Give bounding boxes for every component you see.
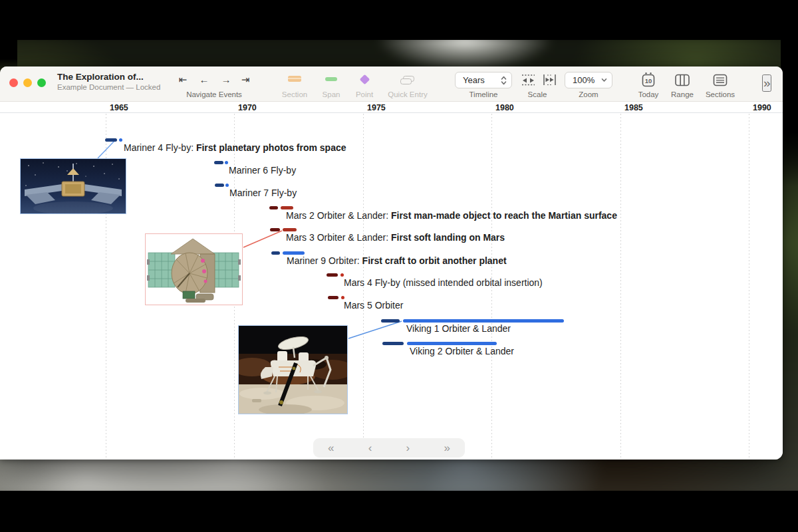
section-icon[interactable] [288,76,301,82]
scale-fit-icon[interactable] [521,74,535,86]
event-bar-mariner9-b[interactable] [283,251,305,255]
event-bar-mariner9-a[interactable] [271,251,280,255]
event-name: Mars 4 Fly-by (missed intended orbital i… [344,277,543,288]
event-name: Mars 3 Orbiter & Lander: [286,232,391,243]
event-bar-mars5[interactable] [328,296,338,299]
today-icon[interactable]: 10 [641,72,656,88]
event-bar-viking1-b[interactable] [403,319,564,323]
span-button-label: Span [315,90,348,98]
event-highlight: First planetary photos from space [196,142,346,153]
event-label-mariner4[interactable]: Mariner 4 Fly-by: First planetary photos… [124,142,346,153]
mars3-image[interactable] [145,233,243,305]
sections-icon[interactable] [713,74,728,86]
event-label-mars4[interactable]: Mars 4 Fly-by (missed intended orbital i… [344,277,543,288]
event-name: Viking 2 Orbiter & Lander [410,346,514,356]
window-subtitle: Example Document — Locked [57,83,168,91]
event-dot-mars4[interactable] [340,273,344,277]
quick-entry-button-label: Quick Entry [384,90,431,98]
sections-label: Sections [700,90,741,98]
navigate-prev-button[interactable]: ← [196,72,213,87]
event-bar-mars3-b[interactable] [283,228,297,231]
span-icon[interactable] [325,77,337,81]
event-highlight: First man-made object to reach the Marti… [391,210,617,221]
range-label: Range [665,90,700,98]
svg-text:10: 10 [645,77,652,84]
event-label-viking2[interactable]: Viking 2 Orbiter & Lander [410,346,514,356]
timeline-unit-value: Years [456,75,501,85]
quick-entry-card-front [400,78,412,84]
event-name: Mariner 9 Orbiter: [287,255,362,266]
navigate-events-label: Navigate Events [172,90,257,98]
event-dot-mars5[interactable] [341,296,344,299]
viking-image[interactable] [238,325,348,414]
event-name: Mariner 7 Fly-by [229,188,297,198]
event-bar-mars4[interactable] [327,273,338,277]
event-dot-mariner4[interactable] [119,138,122,142]
range-icon[interactable] [674,74,690,86]
event-label-mars5[interactable]: Mars 5 Orbiter [344,300,403,311]
pager-last-button[interactable]: » [444,438,450,458]
ruler-year-1965: 1965 [110,103,128,112]
event-highlight: First soft landing on Mars [391,232,505,243]
event-bar-viking1-a[interactable] [381,319,400,323]
event-name: Mariner 6 Fly-by [229,165,296,176]
navigate-first-button[interactable]: ⇤ [174,72,192,87]
chevron-down-icon [601,78,607,82]
letterbox-bottom [0,491,798,532]
event-bar-viking2-a[interactable] [382,342,404,345]
event-label-mariner7[interactable]: Mariner 7 Fly-by [229,188,297,198]
today-label: Today [632,90,665,98]
letterbox-right [781,0,798,186]
letterbox-top [0,0,798,40]
event-highlight: First craft to orbit another planet [362,255,507,266]
close-window-button[interactable] [9,78,18,87]
zoom-select[interactable]: 100% [565,72,612,88]
event-name: Mariner 4 Fly-by: [124,142,196,153]
zoom-window-button[interactable] [37,78,46,87]
point-button-label: Point [348,90,381,98]
letterbox-left [0,0,17,73]
event-bar-mars2-a[interactable] [269,206,278,209]
event-bar-mariner7[interactable] [215,184,224,187]
event-label-mariner9[interactable]: Mariner 9 Orbiter: First craft to orbit … [287,255,507,266]
event-label-mariner6[interactable]: Mariner 6 Fly-by [229,165,296,176]
pager: « ‹ › » [313,438,465,458]
event-label-mars3[interactable]: Mars 3 Orbiter & Lander: First soft land… [286,232,505,243]
event-bar-mars3-a[interactable] [270,228,280,231]
navigate-last-button[interactable]: ⇥ [237,72,254,87]
event-label-viking1[interactable]: Viking 1 Orbiter & Lander [406,323,511,334]
event-label-mars2[interactable]: Mars 2 Orbiter & Lander: First man-made … [286,210,617,221]
ruler-year-1975: 1975 [367,103,386,112]
gridline-1990 [749,114,749,460]
ruler-year-1980: 1980 [495,103,514,112]
event-name: Mars 5 Orbiter [344,300,403,311]
timeline-canvas[interactable]: Mariner 4 Fly-by: First planetary photos… [0,114,783,460]
pager-first-button[interactable]: « [328,438,334,458]
timeline-label: Timeline [457,90,510,98]
event-dot-mariner7[interactable] [225,184,229,187]
window-title: The Exploration of... [57,72,169,82]
scale-label: Scale [517,90,557,98]
event-bar-mars2-b[interactable] [281,206,293,209]
timeline-unit-select[interactable]: Years [455,72,512,88]
navigate-next-button[interactable]: → [217,72,235,87]
timeline-ruler: 1960 1965 1970 1975 1980 1985 1990 [0,102,783,113]
mariner4-image[interactable] [20,158,126,214]
event-bar-mariner4[interactable] [105,138,117,142]
window-title-block: The Exploration of... Example Document —… [57,72,169,91]
scale-expand-icon[interactable] [543,74,557,86]
event-dot-mariner6[interactable] [225,161,228,164]
toolbar-overflow-button[interactable]: » [762,74,771,92]
pager-prev-button[interactable]: ‹ [368,438,372,458]
minimize-window-button[interactable] [23,78,32,87]
zoom-label: Zoom [569,90,608,98]
event-bar-mariner6[interactable] [214,161,223,164]
ruler-year-1990: 1990 [753,103,771,112]
event-bar-viking2-b[interactable] [407,342,497,345]
point-icon[interactable] [360,74,370,85]
event-name: Mars 2 Orbiter & Lander: [286,210,391,221]
ruler-year-1985: 1985 [624,103,643,112]
event-name: Viking 1 Orbiter & Lander [406,323,511,334]
quick-entry-icon[interactable] [400,76,415,85]
pager-next-button[interactable]: › [406,438,410,458]
